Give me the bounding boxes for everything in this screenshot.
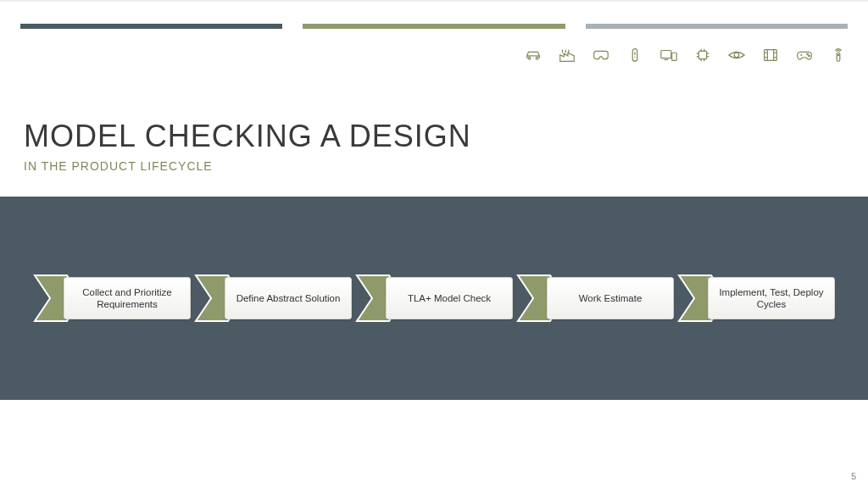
lifecycle-diagram: Collect and Prioritize Requirements Defi… xyxy=(0,197,868,400)
step-label-box: TLA+ Model Check xyxy=(386,277,513,319)
gamepad-icon xyxy=(795,46,814,68)
lifecycle-step: Collect and Prioritize Requirements xyxy=(33,274,191,323)
svg-point-9 xyxy=(809,55,810,56)
chip-icon xyxy=(693,46,712,68)
top-rule xyxy=(0,0,868,2)
accent-stripe-1 xyxy=(20,24,282,29)
svg-point-1 xyxy=(536,57,538,59)
svg-point-8 xyxy=(807,53,808,54)
step-label: Implement, Test, Deploy Cycles xyxy=(714,286,829,311)
step-label-box: Implement, Test, Deploy Cycles xyxy=(708,277,835,319)
lifecycle-step: Implement, Test, Deploy Cycles xyxy=(677,274,835,323)
eye-icon xyxy=(727,46,746,68)
lifecycle-step: Define Abstract Solution xyxy=(194,274,352,323)
film-icon xyxy=(761,46,780,68)
step-label: TLA+ Model Check xyxy=(408,292,491,304)
page-number: 5 xyxy=(851,471,856,481)
step-label-box: Collect and Prioritize Requirements xyxy=(64,277,191,319)
svg-point-6 xyxy=(734,53,739,58)
svg-rect-3 xyxy=(661,51,671,58)
lifecycle-step: Work Estimate xyxy=(516,274,674,323)
title-block: MODEL CHECKING A DESIGN IN THE PRODUCT L… xyxy=(24,119,471,173)
icon-row xyxy=(524,46,848,68)
page-subtitle: IN THE PRODUCT LIFECYCLE xyxy=(24,159,471,173)
factory-icon xyxy=(558,46,576,68)
step-label: Define Abstract Solution xyxy=(236,292,341,304)
accent-stripe-3 xyxy=(586,24,848,29)
remote-wifi-icon xyxy=(829,46,848,68)
devices-icon xyxy=(659,46,678,68)
lifecycle-step: TLA+ Model Check xyxy=(355,274,513,323)
step-label: Work Estimate xyxy=(579,292,643,304)
svg-point-11 xyxy=(837,54,838,55)
wearable-band-icon xyxy=(626,46,644,68)
car-icon xyxy=(524,46,542,68)
svg-rect-5 xyxy=(698,51,706,58)
page-title: MODEL CHECKING A DESIGN xyxy=(24,119,471,154)
accent-stripes xyxy=(20,24,848,29)
step-label-box: Work Estimate xyxy=(547,277,674,319)
svg-rect-4 xyxy=(672,53,677,60)
vr-headset-icon xyxy=(592,46,610,68)
step-label: Collect and Prioritize Requirements xyxy=(70,286,185,311)
accent-stripe-2 xyxy=(303,24,565,29)
svg-point-0 xyxy=(528,57,531,59)
svg-rect-7 xyxy=(765,50,777,61)
step-label-box: Define Abstract Solution xyxy=(225,277,352,319)
